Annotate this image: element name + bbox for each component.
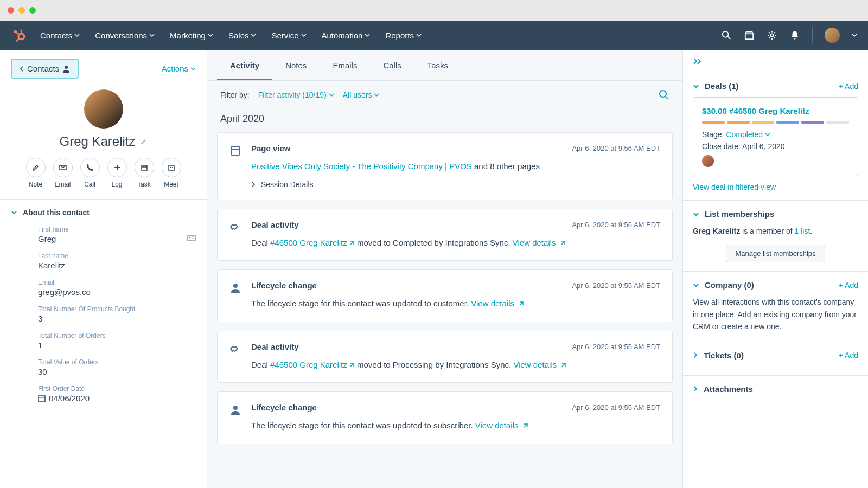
tab-activity[interactable]: Activity: [217, 50, 272, 80]
quick-actions: Note Email Call Log Task Meet: [11, 158, 196, 188]
svg-point-22: [189, 237, 191, 239]
deal-title-link[interactable]: $30.00 #46500 Greg Karelitz: [702, 106, 849, 115]
nav-reports[interactable]: Reports: [385, 31, 422, 40]
list-count-link[interactable]: 1 list: [795, 227, 810, 235]
maximize-window-icon[interactable]: [29, 7, 36, 14]
company-description: View all interactions with this contact'…: [693, 296, 858, 332]
svg-rect-21: [188, 235, 195, 241]
svg-rect-20: [172, 167, 173, 168]
svg-rect-29: [231, 146, 240, 155]
tab-emails[interactable]: Emails: [320, 50, 370, 80]
field-last-name[interactable]: Last nameKarelitz: [38, 252, 196, 270]
deal-card[interactable]: $30.00 #46500 Greg Karelitz Stage: Compl…: [693, 97, 858, 176]
settings-icon[interactable]: [767, 30, 777, 41]
email-button[interactable]: Email: [53, 158, 73, 188]
nav-conversations[interactable]: Conversations: [95, 31, 155, 40]
field-email[interactable]: Emailgreg@pvos.co: [38, 279, 196, 297]
pageview-link[interactable]: Positive Vibes Only Society - The Positi…: [251, 162, 472, 171]
collapse-sidebar-icon[interactable]: [683, 50, 868, 73]
page-icon: [229, 145, 241, 157]
close-window-icon[interactable]: [8, 7, 14, 14]
deals-panel-toggle[interactable]: Deals (1): [693, 81, 739, 91]
lists-panel-toggle[interactable]: List memberships: [693, 209, 774, 219]
search-icon[interactable]: [721, 30, 732, 41]
contact-avatar[interactable]: [84, 89, 123, 129]
deal-owner-avatar[interactable]: [702, 155, 714, 167]
add-deal-link[interactable]: + Add: [839, 82, 858, 91]
external-link-icon: [348, 362, 355, 369]
activity-card-lifecycle: Lifecycle changeApr 6, 2020 at 9:55 AM E…: [217, 269, 673, 322]
log-button[interactable]: Log: [107, 158, 127, 188]
add-ticket-link[interactable]: + Add: [839, 351, 858, 359]
filter-activity-dropdown[interactable]: Filter activity (10/19): [258, 91, 334, 99]
field-products-bought[interactable]: Total Number Of Products Bought3: [38, 305, 196, 323]
account-menu-chevron-icon[interactable]: [852, 33, 857, 38]
edit-name-icon[interactable]: [140, 138, 148, 145]
view-details-link[interactable]: View details: [475, 421, 519, 430]
field-order-count[interactable]: Total Number of Orders1: [38, 332, 196, 350]
nav-contacts[interactable]: Contacts: [40, 31, 80, 40]
meet-button[interactable]: Meet: [162, 158, 181, 188]
notifications-icon[interactable]: [789, 30, 800, 41]
svg-rect-18: [169, 165, 174, 170]
contact-name: Greg Karelitz: [59, 134, 147, 149]
task-button[interactable]: Task: [135, 158, 154, 188]
stage-dropdown[interactable]: Completed: [726, 130, 770, 139]
view-details-link[interactable]: View details: [513, 238, 556, 247]
actions-dropdown[interactable]: Actions: [162, 64, 196, 73]
field-first-order-date[interactable]: First Order Date04/06/2020: [38, 385, 196, 403]
nav-items: Contacts Conversations Marketing Sales S…: [40, 31, 422, 40]
user-avatar[interactable]: [825, 28, 840, 43]
deal-link[interactable]: #46500 Greg Karelitz: [270, 238, 347, 247]
tickets-panel: Tickets (0) + Add: [683, 342, 868, 376]
external-link-icon: [522, 423, 528, 429]
tab-calls[interactable]: Calls: [370, 50, 414, 80]
view-details-link[interactable]: View details: [513, 360, 557, 369]
marketplace-icon[interactable]: [744, 30, 755, 41]
nav-sales[interactable]: Sales: [228, 31, 257, 40]
view-details-link[interactable]: View details: [471, 299, 514, 308]
top-nav: Contacts Conversations Marketing Sales S…: [0, 21, 868, 50]
field-order-value[interactable]: Total Value of Orders30: [38, 358, 196, 376]
tickets-panel-toggle[interactable]: Tickets (0): [693, 351, 744, 360]
deal-progress: [702, 121, 849, 124]
call-button[interactable]: Call: [80, 158, 100, 188]
profile-section: Greg Karelitz Note Email Call Log Task M…: [0, 87, 207, 199]
attachments-panel-toggle[interactable]: Attachments: [693, 384, 753, 394]
filter-users-dropdown[interactable]: All users: [343, 91, 380, 99]
nav-automation[interactable]: Automation: [322, 31, 371, 40]
nav-service[interactable]: Service: [271, 31, 306, 40]
activity-card-pageview: Page viewApr 6, 2020 at 9:56 AM EDT Posi…: [217, 132, 673, 200]
svg-line-8: [728, 37, 731, 40]
field-first-name[interactable]: First name Greg: [38, 226, 196, 243]
minimize-window-icon[interactable]: [18, 7, 25, 14]
deal-link[interactable]: #46500 Greg Karelitz: [270, 360, 347, 369]
back-to-contacts-button[interactable]: Contacts: [11, 59, 79, 79]
add-company-link[interactable]: + Add: [839, 281, 858, 290]
session-details-toggle[interactable]: Session Details: [251, 180, 660, 189]
month-header: April 2020: [207, 109, 682, 132]
nav-right: [721, 27, 857, 43]
activity-search-icon[interactable]: [659, 89, 669, 100]
tab-notes[interactable]: Notes: [272, 50, 320, 80]
person-icon: [229, 282, 241, 294]
hubspot-logo-icon[interactable]: [11, 27, 27, 43]
nav-separator: [812, 27, 813, 43]
contact-card-icon[interactable]: [187, 234, 196, 242]
handshake-icon: [229, 343, 241, 355]
external-link-icon: [560, 362, 566, 369]
deals-panel: Deals (1) + Add $30.00 #46500 Greg Karel…: [683, 73, 868, 201]
manage-lists-button[interactable]: Manage list memberships: [726, 245, 825, 262]
nav-marketing[interactable]: Marketing: [170, 31, 213, 40]
view-deal-filtered-link[interactable]: View deal in filtered view: [693, 183, 858, 191]
svg-point-11: [794, 38, 796, 40]
activity-card-deal: Deal activityApr 6, 2020 at 9:55 AM EDT …: [217, 331, 673, 383]
tab-tasks[interactable]: Tasks: [414, 50, 461, 80]
svg-point-27: [660, 91, 666, 97]
list-membership-text: Greg Karelitz is a member of 1 list.: [693, 225, 858, 237]
company-panel-toggle[interactable]: Company (0): [693, 280, 754, 290]
note-button[interactable]: Note: [26, 158, 46, 188]
about-section-header[interactable]: About this contact: [0, 200, 207, 226]
external-link-icon: [518, 301, 524, 307]
svg-rect-9: [745, 34, 753, 39]
